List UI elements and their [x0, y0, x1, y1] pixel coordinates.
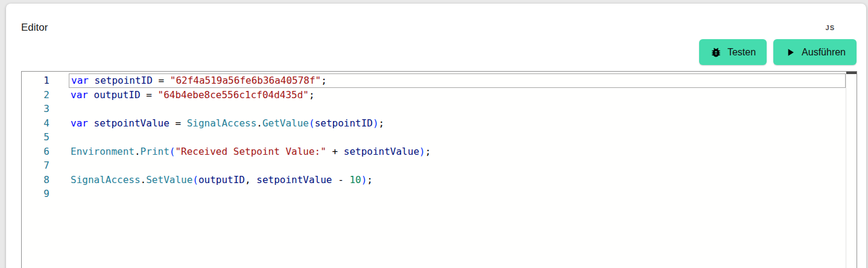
code-line-4[interactable]: var setpointValue = SignalAccess.GetValu…: [69, 116, 846, 131]
token-default: +: [326, 146, 344, 157]
token-type: GetValue: [262, 117, 309, 129]
bug-icon: [710, 46, 722, 58]
token-identifier: outputID: [198, 174, 245, 185]
token-default: =: [169, 117, 187, 129]
token-bracket: (: [309, 117, 315, 129]
code-line-2[interactable]: var outputID = "64b4ebe8ce556c1cf04d435d…: [69, 88, 846, 102]
test-button[interactable]: Testen: [699, 39, 767, 65]
token-bracket: ): [419, 146, 425, 157]
line-number-1: 1: [22, 73, 49, 88]
code-line-5[interactable]: [69, 130, 846, 145]
token-type: SetValue: [146, 174, 192, 185]
line-number-4: 4: [22, 116, 49, 131]
token-identifier: setpointValue: [344, 146, 419, 157]
token-identifier: setpointID: [315, 117, 373, 129]
token-default: .: [135, 146, 141, 157]
token-identifier: setpointID: [95, 75, 153, 86]
test-button-label: Testen: [727, 47, 756, 58]
code-line-9[interactable]: [69, 187, 846, 201]
token-bracket: ): [361, 174, 367, 185]
token-default: .: [141, 174, 147, 185]
code-line-3[interactable]: [69, 102, 846, 116]
token-type: SignalAccess: [71, 174, 141, 185]
token-default: =: [153, 75, 170, 86]
token-default: -: [332, 174, 350, 185]
token-type: Print: [141, 146, 169, 157]
token-identifier: setpointValue: [256, 174, 332, 185]
token-bracket: (: [169, 146, 176, 157]
token-keyword: var: [71, 75, 89, 86]
token-type: Environment: [71, 146, 135, 157]
run-button-label: Ausführen: [802, 47, 846, 58]
line-number-3: 3: [22, 102, 49, 116]
line-number-2: 2: [22, 88, 49, 102]
token-default: ;: [367, 174, 373, 185]
token-identifier: outputID: [94, 89, 141, 101]
token-default: [88, 89, 94, 101]
token-bracket: (: [192, 174, 198, 185]
token-identifier: setpointValue: [94, 117, 169, 129]
line-number-8: 8: [22, 173, 49, 187]
token-default: ,: [245, 174, 256, 185]
token-default: [89, 75, 95, 86]
play-icon: [784, 46, 796, 58]
page-title: Editor: [21, 22, 48, 34]
editor-card: Editor JS Testen Ausführen 123456789 var…: [6, 4, 866, 268]
token-string: "62f4a519a56fe6b36a40578f": [170, 75, 321, 86]
token-default: =: [141, 89, 158, 101]
token-default: ;: [309, 89, 315, 101]
token-default: ;: [321, 75, 327, 86]
line-number-7: 7: [22, 158, 49, 173]
token-keyword: var: [71, 89, 88, 101]
editor-gutter: 123456789: [22, 73, 69, 268]
token-default: ;: [425, 146, 431, 157]
editor-code[interactable]: var setpointID = "62f4a519a56fe6b36a4057…: [69, 73, 846, 268]
overview-ruler-marker: [846, 72, 857, 74]
code-line-7[interactable]: [69, 158, 846, 173]
card-header: Editor JS: [6, 4, 866, 34]
token-default: [88, 117, 94, 129]
editor-scrollbar[interactable]: [846, 72, 857, 268]
line-number-9: 9: [22, 187, 49, 201]
code-line-8[interactable]: SignalAccess.SetValue(outputID, setpoint…: [69, 173, 846, 187]
toolbar: Testen Ausführen: [6, 39, 866, 65]
token-bracket: ): [373, 117, 379, 129]
line-number-5: 5: [22, 130, 49, 145]
code-line-6[interactable]: Environment.Print("Received Setpoint Val…: [69, 145, 846, 159]
token-string: "64b4ebe8ce556c1cf04d435d": [158, 89, 309, 101]
token-default: ;: [379, 117, 385, 129]
token-string: "Received Setpoint Value:": [175, 146, 326, 157]
line-number-6: 6: [22, 145, 49, 159]
token-keyword: var: [71, 117, 88, 129]
token-type: SignalAccess: [187, 117, 257, 129]
token-default: .: [256, 117, 262, 129]
code-line-1[interactable]: var setpointID = "62f4a519a56fe6b36a4057…: [69, 73, 846, 88]
language-badge: JS: [826, 24, 835, 31]
run-button[interactable]: Ausführen: [773, 39, 857, 65]
code-editor[interactable]: 123456789 var setpointID = "62f4a519a56f…: [21, 71, 857, 268]
token-number: 10: [349, 174, 361, 185]
